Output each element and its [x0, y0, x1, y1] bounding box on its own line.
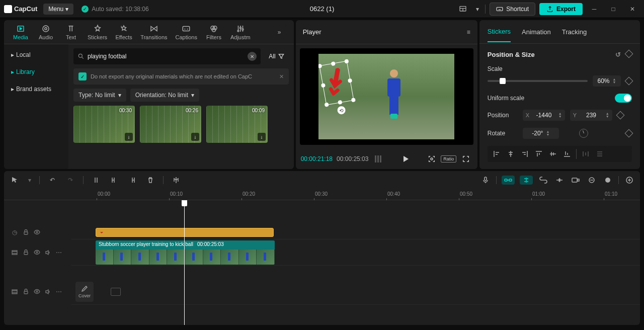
- magnet-main-toggle[interactable]: [502, 176, 515, 185]
- maximize-button[interactable]: □: [606, 3, 621, 15]
- record-icon[interactable]: [602, 175, 613, 186]
- delete-icon[interactable]: [145, 175, 156, 186]
- stepper-icon[interactable]: ▲▼: [613, 78, 616, 84]
- playhead[interactable]: [184, 200, 185, 325]
- video-track[interactable]: ⋯ Stubborn soccer player training to kic…: [71, 239, 640, 266]
- clock-icon[interactable]: ◷: [11, 229, 18, 236]
- slider-thumb[interactable]: [500, 78, 506, 84]
- eye-icon[interactable]: [33, 288, 40, 295]
- export-button[interactable]: Export: [539, 3, 583, 15]
- more-icon[interactable]: ⋯: [55, 288, 62, 295]
- close-button[interactable]: ✕: [625, 3, 640, 15]
- split-icon[interactable]: [91, 175, 102, 186]
- keyframe-icon[interactable]: [625, 129, 633, 138]
- resize-handle[interactable]: [318, 64, 322, 68]
- tab-captions[interactable]: Captions: [172, 22, 201, 42]
- search-clear-icon[interactable]: ✕: [248, 52, 257, 61]
- magnet-track-toggle[interactable]: [520, 176, 533, 185]
- reset-icon[interactable]: ↺: [615, 51, 621, 58]
- tab-adjustment[interactable]: Adjustm: [226, 22, 255, 42]
- minimize-button[interactable]: ─: [587, 3, 602, 15]
- align-hcenter-icon[interactable]: [504, 148, 518, 160]
- library-clip-thumb[interactable]: 00:09↓: [206, 106, 268, 143]
- undo-icon[interactable]: ↶: [47, 175, 58, 186]
- tab-text[interactable]: Text: [58, 22, 84, 42]
- player-viewport[interactable]: ⟲: [300, 48, 473, 145]
- cover-button[interactable]: Cover: [75, 282, 94, 302]
- shortcut-button[interactable]: Shortcut: [490, 3, 535, 16]
- lock-icon[interactable]: [22, 229, 29, 236]
- split-right-icon[interactable]: [127, 175, 138, 186]
- tab-effects[interactable]: Effects: [111, 22, 136, 42]
- resize-handle[interactable]: [325, 102, 329, 107]
- resize-handle[interactable]: [321, 83, 326, 88]
- keyframe-icon[interactable]: [625, 77, 633, 86]
- search-box[interactable]: ✕: [73, 48, 261, 64]
- menu-button[interactable]: Menu ▾: [43, 4, 73, 15]
- keyframe-icon[interactable]: [616, 111, 624, 120]
- mic-icon[interactable]: [480, 175, 491, 186]
- video-clip[interactable]: Stubborn soccer player training to kick …: [96, 240, 275, 265]
- layout-icon[interactable]: [456, 3, 470, 15]
- segments-icon[interactable]: [372, 152, 385, 166]
- align-left-icon[interactable]: [490, 148, 504, 160]
- distribute-v-icon[interactable]: [593, 148, 607, 160]
- speaker-icon[interactable]: [44, 288, 51, 295]
- ratio-button[interactable]: Ratio: [442, 152, 455, 166]
- sticker-clip[interactable]: [96, 228, 274, 237]
- align-bottom-icon[interactable]: [560, 148, 574, 160]
- all-filter[interactable]: All: [265, 50, 288, 63]
- play-button[interactable]: [399, 152, 412, 166]
- redo-icon[interactable]: ↷: [65, 175, 76, 186]
- player-menu-icon[interactable]: ≡: [467, 29, 470, 36]
- position-y-input[interactable]: Y239▲▼: [570, 110, 612, 121]
- download-icon[interactable]: ↓: [125, 133, 133, 141]
- resize-handle[interactable]: [351, 98, 356, 102]
- tab-filters[interactable]: Filters: [201, 22, 226, 42]
- sticker-track[interactable]: ◷: [71, 225, 640, 239]
- resize-handle[interactable]: [338, 100, 342, 105]
- link-icon[interactable]: [538, 175, 549, 186]
- add-track-icon[interactable]: [624, 175, 635, 186]
- eye-icon[interactable]: [33, 229, 40, 236]
- lock-icon[interactable]: [22, 288, 29, 295]
- align-top-icon[interactable]: [532, 148, 546, 160]
- mirror-icon[interactable]: [171, 175, 182, 186]
- lock-icon[interactable]: [22, 249, 29, 256]
- time-ruler[interactable]: 00:00 00:10 00:20 00:30 00:40 00:50 01:0…: [4, 189, 640, 200]
- focus-icon[interactable]: [425, 152, 438, 166]
- inspector-tab-tracking[interactable]: Tracking: [562, 22, 587, 42]
- library-clip-thumb[interactable]: 00:30↓: [73, 106, 135, 143]
- type-filter[interactable]: Type: No limit▾: [73, 89, 126, 102]
- sidebar-item-local[interactable]: ▸Local: [4, 46, 68, 63]
- split-left-icon[interactable]: [109, 175, 120, 186]
- tab-transitions[interactable]: Transitions: [136, 22, 171, 42]
- resize-handle[interactable]: [344, 59, 349, 63]
- rotate-dial[interactable]: [579, 129, 588, 138]
- speaker-icon[interactable]: [44, 249, 51, 256]
- stepper-icon[interactable]: ▲▼: [558, 112, 562, 118]
- distribute-h-icon[interactable]: [579, 148, 593, 160]
- more-icon[interactable]: ⋯: [55, 249, 62, 256]
- tabs-more-icon[interactable]: »: [278, 29, 290, 36]
- pointer-tool-icon[interactable]: [9, 175, 20, 186]
- inspector-tab-animation[interactable]: Animation: [522, 22, 551, 42]
- cover-track[interactable]: ⋯ Cover: [71, 279, 640, 305]
- tab-stickers[interactable]: Stickers: [84, 22, 111, 42]
- film-icon[interactable]: [11, 288, 18, 295]
- scale-slider[interactable]: [488, 80, 588, 82]
- tab-media[interactable]: Media: [8, 22, 33, 42]
- film-icon[interactable]: [11, 249, 18, 256]
- resize-handle[interactable]: [348, 78, 352, 83]
- sidebar-item-brand-assets[interactable]: ▸Brand assets: [4, 80, 68, 98]
- resize-handle[interactable]: [331, 61, 336, 66]
- snap-icon[interactable]: [554, 175, 565, 186]
- align-vcenter-icon[interactable]: [546, 148, 560, 160]
- align-right-icon[interactable]: [518, 148, 532, 160]
- fullscreen-icon[interactable]: [459, 152, 472, 166]
- rotate-handle[interactable]: ⟲: [337, 106, 346, 115]
- tab-audio[interactable]: Audio: [33, 22, 58, 42]
- chevron-down-icon[interactable]: ▾: [474, 3, 481, 15]
- keyframe-icon[interactable]: [625, 50, 633, 58]
- chevron-down-icon[interactable]: ▾: [27, 175, 32, 186]
